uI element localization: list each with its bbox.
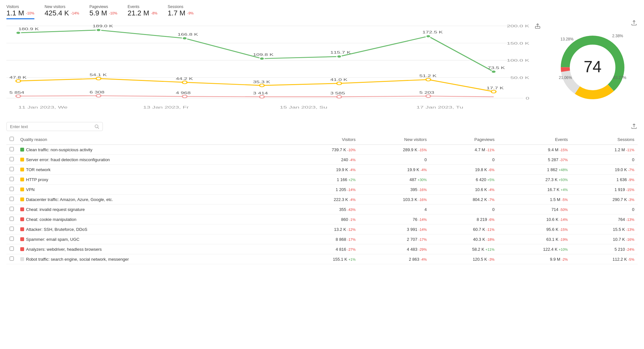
svg-text:200.0 K: 200.0 K <box>507 24 529 28</box>
row-visitors: 155.1 K +1% <box>288 254 359 264</box>
row-color-dot <box>20 158 24 161</box>
donut-label-bottomleft: 21.06% <box>559 75 572 80</box>
row-checkbox[interactable] <box>10 197 14 201</box>
row-new-visitors: 487 +30% <box>359 175 430 185</box>
row-pageviews: 4.7 M -11% <box>430 145 498 155</box>
table-row: Cheat: invalid request signature 355 -43… <box>6 205 638 214</box>
row-new-visitors: 76 -14% <box>359 214 430 224</box>
row-label: HTTP proxy <box>17 175 288 185</box>
row-checkbox-cell[interactable] <box>6 234 17 244</box>
search-icon <box>94 124 99 129</box>
svg-text:54.1 K: 54.1 K <box>90 73 107 77</box>
row-checkbox[interactable] <box>10 157 14 161</box>
header-new-visitors: New visitors <box>359 134 430 145</box>
row-checkbox[interactable] <box>10 247 14 251</box>
row-events: 9.4 M -15% <box>498 145 571 155</box>
select-all-checkbox[interactable] <box>10 137 14 141</box>
row-label-text: Cheat: cookie manipulation <box>26 217 76 222</box>
row-checkbox-cell[interactable] <box>6 244 17 254</box>
row-pageviews: 804.2 K -7% <box>430 195 498 205</box>
row-sessions: 0 <box>571 155 638 165</box>
table-row: HTTP proxy 1 166 +2% 487 +30% 6 420 +5% … <box>6 175 638 185</box>
row-checkbox-cell[interactable] <box>6 165 17 175</box>
row-visitors: 1 205 -14% <box>288 185 359 195</box>
svg-point-34 <box>491 90 496 93</box>
svg-text:50.0 K: 50.0 K <box>510 75 529 80</box>
svg-text:172.5 K: 172.5 K <box>422 30 443 34</box>
svg-text:166.8 K: 166.8 K <box>177 32 198 36</box>
row-color-dot <box>20 188 24 191</box>
row-events: 9.9 M -2% <box>498 254 571 264</box>
row-checkbox-cell[interactable] <box>6 185 17 195</box>
row-checkbox[interactable] <box>10 167 14 171</box>
row-checkbox-cell[interactable] <box>6 254 17 264</box>
metric-visitors-value: 1.1 M <box>6 9 24 17</box>
metric-new-visitors: New visitors 425.4 K -14% <box>45 4 79 17</box>
row-sessions: 5 210 -24% <box>571 244 638 254</box>
row-checkbox-cell[interactable] <box>6 195 17 205</box>
row-sessions: 1 636 -9% <box>571 175 638 185</box>
row-checkbox[interactable] <box>10 257 14 261</box>
row-checkbox-cell[interactable] <box>6 224 17 234</box>
metric-new-visitors-label: New visitors <box>45 4 79 9</box>
row-label-text: Spammer: email spam, UGC <box>26 237 79 242</box>
row-pageviews: 40.3 K -18% <box>430 234 498 244</box>
row-color-dot <box>20 197 24 201</box>
metric-events-label: Events <box>128 4 157 9</box>
row-checkbox-cell[interactable] <box>6 214 17 224</box>
row-checkbox[interactable] <box>10 217 14 221</box>
svg-text:100.0 K: 100.0 K <box>507 58 529 63</box>
table-row: Datacenter traffic: Amazon, Azure, Googl… <box>6 195 638 205</box>
table-upload-icon[interactable] <box>631 123 638 131</box>
row-checkbox[interactable] <box>10 227 14 231</box>
row-events: 95.6 K -15% <box>498 224 571 234</box>
svg-text:35.3 K: 35.3 K <box>253 80 270 84</box>
metric-visitors[interactable]: Visitors 1.1 M -10% <box>6 4 34 19</box>
svg-point-45 <box>260 95 264 98</box>
row-checkbox-cell[interactable] <box>6 155 17 165</box>
row-checkbox[interactable] <box>10 187 14 191</box>
svg-point-16 <box>182 37 187 40</box>
row-checkbox[interactable] <box>10 207 14 211</box>
row-visitors: 1 166 +2% <box>288 175 359 185</box>
row-events: 63.1 K -19% <box>498 234 571 244</box>
donut-upload-icon[interactable] <box>631 19 638 27</box>
row-checkbox-cell[interactable] <box>6 145 17 155</box>
row-new-visitors: 19.9 K -4% <box>359 165 430 175</box>
metric-visitors-underline <box>6 18 34 19</box>
table-row: Robot traffic: search engine, social net… <box>6 254 638 264</box>
row-label-text: Robot traffic: search engine, social net… <box>26 257 129 262</box>
svg-text:109.8 K: 109.8 K <box>253 53 273 57</box>
row-new-visitors: 289.9 K -15% <box>359 145 430 155</box>
row-checkbox[interactable] <box>10 237 14 241</box>
row-label: Datacenter traffic: Amazon, Azure, Googl… <box>17 195 288 205</box>
row-color-dot <box>20 227 24 231</box>
row-label: Cheat: cookie manipulation <box>17 214 288 224</box>
chart-upload-icon[interactable] <box>534 22 541 31</box>
table-row: Spammer: email spam, UGC 8 868 -17% 2 70… <box>6 234 638 244</box>
row-checkbox[interactable] <box>10 147 14 151</box>
row-sessions: 10.7 K -16% <box>571 234 638 244</box>
svg-text:189.0 K: 189.0 K <box>93 24 113 28</box>
header-quality-reason: Quality reason <box>17 134 288 145</box>
row-events: 10.6 K -14% <box>498 214 571 224</box>
metric-pageviews-value: 5.9 M <box>89 9 107 17</box>
row-sessions: 764 -13% <box>571 214 638 224</box>
search-input[interactable] <box>10 124 92 129</box>
row-checkbox-cell[interactable] <box>6 175 17 185</box>
row-new-visitors: 103.3 K -16% <box>359 195 430 205</box>
row-label: Server error: fraud detection misconfigu… <box>17 155 288 165</box>
table-header-row: Quality reason Visitors New visitors Pag… <box>6 134 638 145</box>
row-sessions: 112.2 K -5% <box>571 254 638 264</box>
svg-point-47 <box>426 95 431 98</box>
search-input-wrap[interactable] <box>6 122 103 131</box>
svg-text:51.2 K: 51.2 K <box>419 74 436 78</box>
top-metrics: Visitors 1.1 M -10% New visitors 425.4 K… <box>0 0 644 19</box>
row-checkbox-cell[interactable] <box>6 205 17 214</box>
metric-new-visitors-change: -14% <box>71 11 79 15</box>
row-visitors: 355 -43% <box>288 205 359 214</box>
chart-area: 200.0 K 150.0 K 100.0 K 50.0 K 0 11 Jan … <box>6 22 541 119</box>
row-checkbox[interactable] <box>10 177 14 181</box>
row-pageviews: 10.6 K -4% <box>430 185 498 195</box>
main-content: 200.0 K 150.0 K 100.0 K 50.0 K 0 11 Jan … <box>0 19 644 119</box>
